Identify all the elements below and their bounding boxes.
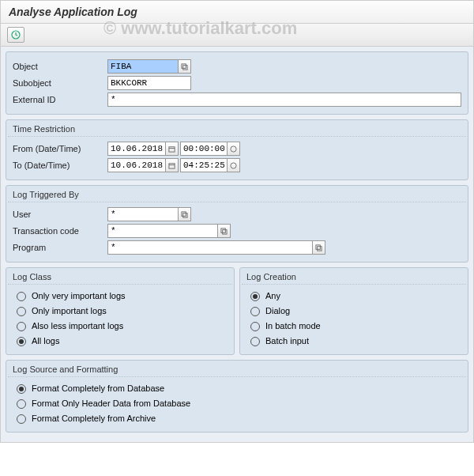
search-help-icon: [220, 228, 228, 235]
radio-label: Only very important logs: [32, 291, 126, 300]
subobject-input[interactable]: [107, 76, 191, 90]
svg-rect-10: [183, 213, 187, 217]
svg-rect-9: [182, 211, 186, 215]
radio-label: In batch mode: [265, 321, 321, 331]
external-id-input[interactable]: [107, 93, 461, 107]
clock-small-icon: [230, 162, 237, 169]
radio-batch-input[interactable]: [250, 337, 260, 346]
radio-very-important[interactable]: [17, 292, 26, 301]
panel-log-source: Log Source and Formatting Format Complet…: [6, 360, 468, 433]
search-help-icon: [315, 244, 322, 251]
user-input[interactable]: [107, 207, 179, 221]
search-help-icon: [181, 211, 188, 218]
from-time-input[interactable]: [180, 142, 228, 156]
panel-log-class: Log Class Only very important logs Only …: [6, 267, 235, 355]
tcode-input[interactable]: [107, 224, 218, 238]
object-label: Object: [13, 62, 107, 71]
radio-header-db[interactable]: [17, 399, 26, 409]
radio-label: Batch input: [265, 336, 309, 346]
app-window: Analyse Application Log © www.tutorialka…: [0, 0, 474, 443]
external-id-label: External ID: [13, 95, 107, 104]
radio-less-important[interactable]: [17, 322, 26, 331]
panel-title-log-class: Log Class: [8, 270, 232, 285]
search-help-icon: [181, 63, 188, 70]
radio-all-logs[interactable]: [17, 337, 26, 346]
tcode-label: Transaction code: [13, 226, 107, 236]
from-time-picker-button[interactable]: [228, 142, 240, 156]
panel-title-time: Time Restriction: [8, 122, 466, 137]
radio-dialog[interactable]: [250, 307, 260, 316]
tcode-f4-button[interactable]: [218, 224, 231, 238]
to-label: To (Date/Time): [13, 161, 107, 170]
svg-rect-6: [169, 163, 175, 168]
svg-rect-3: [169, 146, 175, 151]
from-date-picker-button[interactable]: [166, 142, 179, 156]
to-time-picker-button[interactable]: [228, 158, 240, 172]
titlebar: Analyse Application Log: [1, 1, 473, 24]
panel-time-restriction: Time Restriction From (Date/Time) To (Da…: [6, 119, 468, 180]
radio-label: Format Completely from Archive: [32, 414, 156, 423]
svg-rect-13: [316, 244, 320, 248]
subobject-label: Subobject: [13, 78, 107, 88]
radio-full-archive[interactable]: [17, 414, 26, 424]
panel-title-triggered: Log Triggered By: [8, 187, 466, 202]
radio-label: Dialog: [265, 306, 290, 315]
svg-rect-12: [223, 229, 227, 233]
program-input[interactable]: [107, 240, 313, 255]
radio-full-db[interactable]: [17, 384, 26, 394]
toolbar: [1, 24, 473, 47]
radio-batch-mode[interactable]: [250, 322, 260, 331]
program-f4-button[interactable]: [313, 240, 325, 255]
clock-small-icon: [230, 145, 237, 153]
radio-important[interactable]: [17, 307, 26, 316]
svg-rect-11: [221, 228, 225, 232]
from-label: From (Date/Time): [13, 144, 107, 153]
panel-title-log-source: Log Source and Formatting: [8, 362, 466, 377]
object-f4-button[interactable]: [179, 59, 191, 74]
panel-triggered-by: Log Triggered By User Transaction code P…: [6, 185, 468, 263]
to-date-picker-button[interactable]: [166, 158, 179, 172]
svg-rect-1: [182, 63, 186, 67]
calendar-icon: [168, 145, 175, 153]
radio-label: Only important logs: [32, 306, 107, 315]
svg-rect-2: [183, 65, 187, 69]
panel-basic: Object Subobject External ID: [6, 51, 468, 115]
content-area: Object Subobject External ID Time Restri…: [1, 47, 473, 442]
radio-label: Also less important logs: [32, 321, 123, 331]
svg-point-8: [231, 162, 236, 168]
object-input[interactable]: [107, 59, 179, 74]
user-f4-button[interactable]: [179, 207, 191, 221]
radio-any[interactable]: [250, 292, 260, 301]
panel-title-log-creation: Log Creation: [242, 270, 466, 285]
svg-rect-14: [318, 246, 322, 250]
page-title: Analyse Application Log: [9, 6, 465, 18]
to-date-input[interactable]: [107, 158, 166, 172]
panel-log-creation: Log Creation Any Dialog In batch mode Ba…: [239, 267, 468, 355]
to-time-input[interactable]: [180, 158, 228, 172]
radio-label: Format Only Header Data from Database: [32, 399, 190, 408]
from-date-input[interactable]: [107, 142, 166, 156]
radio-label: All logs: [32, 336, 59, 346]
radio-label: Format Completely from Database: [32, 383, 164, 393]
radio-label: Any: [265, 291, 280, 300]
program-label: Program: [13, 243, 107, 252]
user-label: User: [13, 210, 107, 219]
execute-button[interactable]: [7, 27, 24, 43]
svg-point-5: [231, 145, 236, 151]
clock-icon: [11, 30, 21, 40]
calendar-icon: [168, 162, 175, 169]
